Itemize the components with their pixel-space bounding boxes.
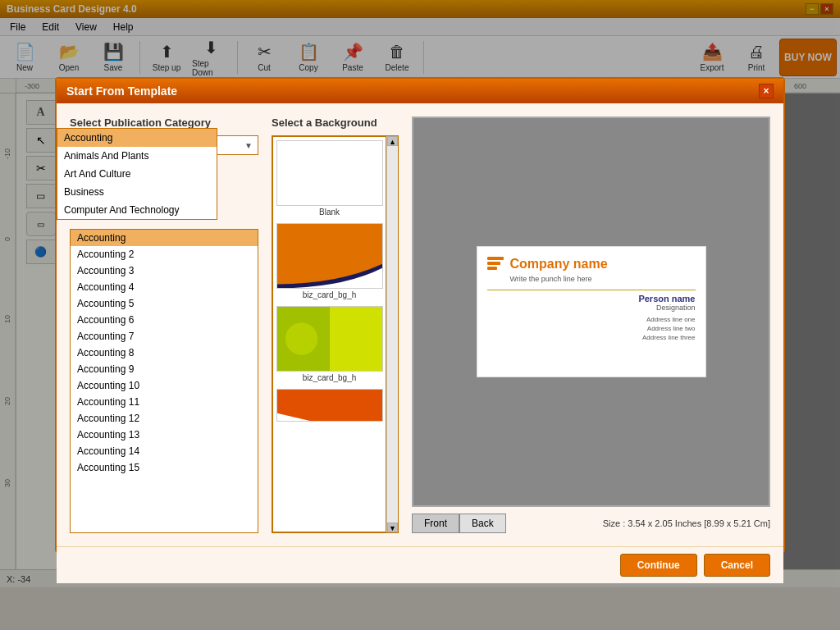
modal-title: Start From Template <box>66 84 177 98</box>
category-list-item[interactable]: Accounting 13 <box>71 427 258 443</box>
green-label: biz_card_bg_h <box>276 373 383 382</box>
category-list-item[interactable]: Accounting 11 <box>71 394 258 410</box>
category-list-item[interactable]: Accounting 15 <box>71 459 258 476</box>
scroll-up-button[interactable]: ▲ <box>387 136 398 146</box>
background-scrollbar[interactable]: ▲ ▼ <box>386 136 398 532</box>
card-address: Address line one Address line two Addres… <box>487 315 696 343</box>
preview-card: Company name Write the punch line here P… <box>477 246 706 377</box>
stripe-2 <box>487 262 500 265</box>
cancel-button[interactable]: Cancel <box>704 554 770 577</box>
category-list-item[interactable]: Accounting 10 <box>71 377 258 394</box>
card-address3: Address line three <box>487 333 696 342</box>
background-item-orange[interactable] <box>276 389 383 422</box>
size-info: Size : 3.54 x 2.05 Inches [8.99 x 5.21 C… <box>603 518 770 528</box>
category-list-item[interactable]: Accounting 2 <box>71 246 258 262</box>
background-item-blank[interactable]: Blank <box>276 140 383 217</box>
card-address1: Address line one <box>487 315 696 324</box>
svg-point-23 <box>285 322 317 354</box>
preview-area: Company name Write the punch line here P… <box>412 116 770 507</box>
preview-panel: Company name Write the punch line here P… <box>412 116 770 533</box>
category-list-item[interactable]: Accounting 7 <box>71 328 258 345</box>
svg-rect-22 <box>330 307 382 372</box>
background-list: Blank biz_card_bg_h <box>272 136 386 532</box>
category-list-item[interactable]: Accounting 5 <box>71 295 258 312</box>
modal-close-button[interactable]: × <box>759 84 774 98</box>
background-panel-title: Select a Background <box>272 116 399 129</box>
dropdown-option-art[interactable]: Art And Culture <box>57 165 217 183</box>
card-address2: Address line two <box>487 324 696 333</box>
modal-overlay: Start From Template × Select Publication… <box>0 0 840 587</box>
card-divider <box>487 290 696 290</box>
continue-button[interactable]: Continue <box>620 554 697 577</box>
dropdown-option-computer[interactable]: Computer And Technology <box>57 201 217 219</box>
dropdown-option-accounting[interactable]: Accounting <box>57 129 217 147</box>
stripe-1 <box>487 257 504 260</box>
modal-header: Start From Template × <box>57 79 783 103</box>
stripe-3 <box>487 267 497 270</box>
blank-label: Blank <box>276 208 383 217</box>
preview-footer: Front Back Size : 3.54 x 2.05 Inches [8.… <box>412 514 770 533</box>
background-panel: Select a Background Blank <box>272 116 399 533</box>
orange-thumb <box>276 389 383 422</box>
background-item-green[interactable]: biz_card_bg_h <box>276 306 383 382</box>
category-list-item[interactable]: Accounting 3 <box>71 262 258 279</box>
modal-dialog: Start From Template × Select Publication… <box>55 77 785 553</box>
category-panel: Select Publication Category Accounting ▼… <box>70 116 258 533</box>
category-list-item[interactable]: Accounting <box>71 230 258 246</box>
card-person-name: Person name <box>487 294 696 304</box>
modal-footer: Continue Cancel <box>57 546 783 583</box>
category-list: AccountingAccounting 2Accounting 3Accoun… <box>70 229 258 533</box>
category-list-item[interactable]: Accounting 9 <box>71 361 258 377</box>
dropdown-arrow-icon: ▼ <box>244 141 253 150</box>
category-list-item[interactable]: Accounting 12 <box>71 410 258 427</box>
category-list-item[interactable]: Accounting 14 <box>71 443 258 459</box>
card-logo-area: Company name <box>487 257 696 272</box>
card-tagline: Write the punch line here <box>510 275 696 283</box>
front-button[interactable]: Front <box>412 514 459 533</box>
blue-curve-thumb <box>276 223 383 289</box>
category-panel-title: Select Publication Category <box>70 116 258 129</box>
dropdown-option-animals[interactable]: Animals And Plants <box>57 147 217 165</box>
green-rect-thumb <box>276 306 383 372</box>
category-list-item[interactable]: Accounting 8 <box>71 345 258 361</box>
scroll-down-button[interactable]: ▼ <box>387 523 398 532</box>
category-list-item[interactable]: Accounting 6 <box>71 312 258 328</box>
modal-body: Select Publication Category Accounting ▼… <box>57 103 783 546</box>
card-company-name: Company name <box>510 257 608 272</box>
card-stripes <box>487 257 504 270</box>
blank-thumb <box>276 140 383 206</box>
card-person: Person name Designation <box>487 294 696 312</box>
category-list-item[interactable]: Accounting 4 <box>71 279 258 295</box>
back-button[interactable]: Back <box>459 514 506 533</box>
blue-label: biz_card_bg_h <box>276 290 383 299</box>
dropdown-option-business[interactable]: Business <box>57 183 217 201</box>
front-back-buttons: Front Back <box>412 514 506 533</box>
background-item-blue[interactable]: biz_card_bg_h <box>276 223 383 299</box>
dropdown-popup: Accounting Animals And Plants Art And Cu… <box>57 128 217 220</box>
card-designation: Designation <box>487 304 696 312</box>
